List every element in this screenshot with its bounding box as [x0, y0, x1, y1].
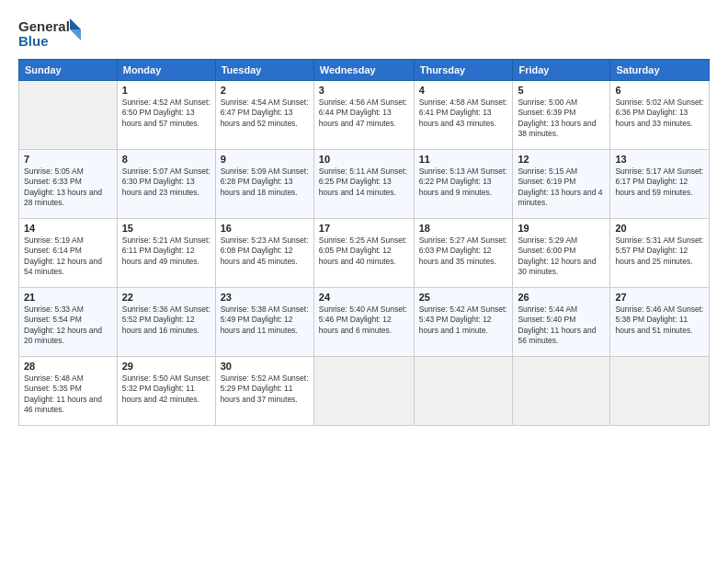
day-cell: 2Sunrise: 4:54 AM Sunset: 6:47 PM Daylig… — [215, 81, 313, 150]
day-number: 5 — [518, 85, 605, 96]
day-info: Sunrise: 4:58 AM Sunset: 6:41 PM Dayligh… — [419, 98, 508, 129]
day-info: Sunrise: 5:13 AM Sunset: 6:22 PM Dayligh… — [419, 167, 508, 198]
logo: GeneralBlue — [18, 17, 83, 52]
day-info: Sunrise: 4:56 AM Sunset: 6:44 PM Dayligh… — [319, 98, 409, 129]
day-cell: 18Sunrise: 5:27 AM Sunset: 6:03 PM Dayli… — [414, 219, 513, 288]
day-info: Sunrise: 5:36 AM Sunset: 5:52 PM Dayligh… — [122, 304, 210, 336]
day-number: 22 — [122, 292, 210, 303]
day-number: 28 — [24, 361, 112, 372]
day-number: 2 — [221, 85, 309, 96]
week-row-5: 28Sunrise: 5:48 AM Sunset: 5:35 PM Dayli… — [19, 357, 710, 426]
day-number: 13 — [615, 154, 704, 165]
day-cell: 11Sunrise: 5:13 AM Sunset: 6:22 PM Dayli… — [414, 150, 513, 219]
day-cell: 23Sunrise: 5:38 AM Sunset: 5:49 PM Dayli… — [215, 288, 313, 357]
day-cell: 7Sunrise: 5:05 AM Sunset: 6:33 PM Daylig… — [19, 150, 118, 219]
day-cell: 4Sunrise: 4:58 AM Sunset: 6:41 PM Daylig… — [414, 81, 513, 150]
day-number: 7 — [24, 154, 112, 165]
col-header-saturday: Saturday — [610, 60, 710, 81]
col-header-sunday: Sunday — [19, 60, 118, 81]
day-cell: 3Sunrise: 4:56 AM Sunset: 6:44 PM Daylig… — [313, 81, 414, 150]
day-number: 4 — [419, 85, 508, 96]
day-info: Sunrise: 5:42 AM Sunset: 5:43 PM Dayligh… — [419, 304, 508, 336]
day-cell: 24Sunrise: 5:40 AM Sunset: 5:46 PM Dayli… — [313, 288, 414, 357]
day-number: 21 — [24, 292, 112, 303]
svg-marker-2 — [70, 18, 81, 29]
day-number: 23 — [221, 292, 309, 303]
day-cell: 1Sunrise: 4:52 AM Sunset: 6:50 PM Daylig… — [117, 81, 215, 150]
day-number: 26 — [518, 292, 605, 303]
day-cell: 25Sunrise: 5:42 AM Sunset: 5:43 PM Dayli… — [414, 288, 513, 357]
day-info: Sunrise: 5:50 AM Sunset: 5:32 PM Dayligh… — [122, 373, 210, 405]
day-info: Sunrise: 5:29 AM Sunset: 6:00 PM Dayligh… — [518, 236, 605, 278]
day-info: Sunrise: 5:19 AM Sunset: 6:14 PM Dayligh… — [24, 236, 112, 278]
week-row-3: 14Sunrise: 5:19 AM Sunset: 6:14 PM Dayli… — [19, 219, 710, 288]
day-cell — [513, 357, 610, 426]
day-info: Sunrise: 5:46 AM Sunset: 5:38 PM Dayligh… — [615, 304, 704, 336]
day-cell: 13Sunrise: 5:17 AM Sunset: 6:17 PM Dayli… — [610, 150, 710, 219]
day-number: 14 — [24, 223, 112, 234]
day-cell: 6Sunrise: 5:02 AM Sunset: 6:36 PM Daylig… — [610, 81, 710, 150]
header: GeneralBlue — [18, 17, 710, 52]
day-cell: 19Sunrise: 5:29 AM Sunset: 6:00 PM Dayli… — [513, 219, 610, 288]
day-cell: 21Sunrise: 5:33 AM Sunset: 5:54 PM Dayli… — [19, 288, 118, 357]
header-row: SundayMondayTuesdayWednesdayThursdayFrid… — [19, 60, 710, 81]
day-cell: 27Sunrise: 5:46 AM Sunset: 5:38 PM Dayli… — [610, 288, 710, 357]
day-number: 10 — [319, 154, 409, 165]
day-info: Sunrise: 5:07 AM Sunset: 6:30 PM Dayligh… — [122, 167, 210, 198]
day-cell: 10Sunrise: 5:11 AM Sunset: 6:25 PM Dayli… — [313, 150, 414, 219]
day-cell: 26Sunrise: 5:44 AM Sunset: 5:40 PM Dayli… — [513, 288, 610, 357]
day-cell: 5Sunrise: 5:00 AM Sunset: 6:39 PM Daylig… — [513, 81, 610, 150]
day-number: 3 — [319, 85, 409, 96]
day-cell: 17Sunrise: 5:25 AM Sunset: 6:05 PM Dayli… — [313, 219, 414, 288]
day-info: Sunrise: 5:40 AM Sunset: 5:46 PM Dayligh… — [319, 304, 409, 336]
day-info: Sunrise: 5:31 AM Sunset: 5:57 PM Dayligh… — [615, 236, 704, 267]
day-cell: 29Sunrise: 5:50 AM Sunset: 5:32 PM Dayli… — [117, 357, 215, 426]
day-info: Sunrise: 5:11 AM Sunset: 6:25 PM Dayligh… — [319, 167, 409, 198]
day-number: 29 — [122, 361, 210, 372]
day-cell: 12Sunrise: 5:15 AM Sunset: 6:19 PM Dayli… — [513, 150, 610, 219]
day-number: 20 — [615, 223, 704, 234]
day-number: 12 — [518, 154, 605, 165]
day-info: Sunrise: 5:00 AM Sunset: 6:39 PM Dayligh… — [518, 98, 605, 140]
day-cell: 30Sunrise: 5:52 AM Sunset: 5:29 PM Dayli… — [215, 357, 313, 426]
day-info: Sunrise: 5:15 AM Sunset: 6:19 PM Dayligh… — [518, 167, 605, 209]
calendar-table: SundayMondayTuesdayWednesdayThursdayFrid… — [18, 59, 710, 426]
day-number: 25 — [419, 292, 508, 303]
day-number: 24 — [319, 292, 409, 303]
day-number: 19 — [518, 223, 605, 234]
col-header-wednesday: Wednesday — [313, 60, 414, 81]
day-number: 17 — [319, 223, 409, 234]
day-info: Sunrise: 5:02 AM Sunset: 6:36 PM Dayligh… — [615, 98, 704, 129]
svg-marker-3 — [70, 29, 81, 40]
day-cell: 15Sunrise: 5:21 AM Sunset: 6:11 PM Dayli… — [117, 219, 215, 288]
day-info: Sunrise: 5:05 AM Sunset: 6:33 PM Dayligh… — [24, 167, 112, 209]
day-number: 6 — [615, 85, 704, 96]
day-info: Sunrise: 5:23 AM Sunset: 6:08 PM Dayligh… — [221, 236, 309, 267]
day-cell — [313, 357, 414, 426]
col-header-thursday: Thursday — [414, 60, 513, 81]
day-number: 11 — [419, 154, 508, 165]
day-cell: 20Sunrise: 5:31 AM Sunset: 5:57 PM Dayli… — [610, 219, 710, 288]
day-number: 9 — [221, 154, 309, 165]
day-cell: 9Sunrise: 5:09 AM Sunset: 6:28 PM Daylig… — [215, 150, 313, 219]
day-info: Sunrise: 5:33 AM Sunset: 5:54 PM Dayligh… — [24, 304, 112, 347]
day-info: Sunrise: 5:21 AM Sunset: 6:11 PM Dayligh… — [122, 236, 210, 267]
day-cell: 28Sunrise: 5:48 AM Sunset: 5:35 PM Dayli… — [19, 357, 118, 426]
day-info: Sunrise: 5:17 AM Sunset: 6:17 PM Dayligh… — [615, 167, 704, 198]
week-row-4: 21Sunrise: 5:33 AM Sunset: 5:54 PM Dayli… — [19, 288, 710, 357]
day-cell: 22Sunrise: 5:36 AM Sunset: 5:52 PM Dayli… — [117, 288, 215, 357]
day-info: Sunrise: 4:52 AM Sunset: 6:50 PM Dayligh… — [122, 98, 210, 129]
day-number: 8 — [122, 154, 210, 165]
day-cell — [19, 81, 118, 150]
day-info: Sunrise: 5:27 AM Sunset: 6:03 PM Dayligh… — [419, 236, 508, 267]
day-info: Sunrise: 5:38 AM Sunset: 5:49 PM Dayligh… — [221, 304, 309, 336]
week-row-1: 1Sunrise: 4:52 AM Sunset: 6:50 PM Daylig… — [19, 81, 710, 150]
day-number: 16 — [221, 223, 309, 234]
week-row-2: 7Sunrise: 5:05 AM Sunset: 6:33 PM Daylig… — [19, 150, 710, 219]
day-cell — [610, 357, 710, 426]
day-cell: 14Sunrise: 5:19 AM Sunset: 6:14 PM Dayli… — [19, 219, 118, 288]
day-cell: 16Sunrise: 5:23 AM Sunset: 6:08 PM Dayli… — [215, 219, 313, 288]
col-header-tuesday: Tuesday — [215, 60, 313, 81]
col-header-monday: Monday — [117, 60, 215, 81]
day-number: 1 — [122, 85, 210, 96]
